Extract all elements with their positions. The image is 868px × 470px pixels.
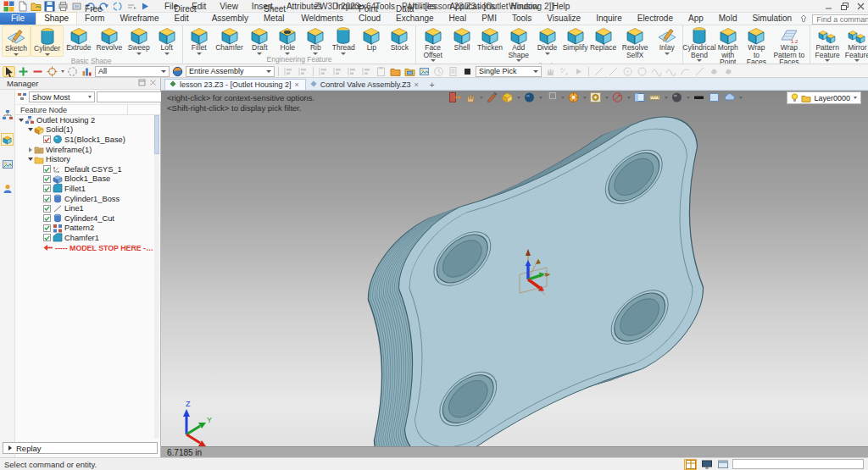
- ribbon-tab-data-exchange[interactable]: Data Exchange: [388, 3, 441, 25]
- new-tab-button[interactable]: +: [425, 80, 440, 90]
- ribbon-tab-free-form[interactable]: Free Form: [77, 3, 112, 25]
- collapse-icon[interactable]: [26, 158, 34, 161]
- tool-loft[interactable]: Loft: [153, 25, 181, 57]
- scope-globe-icon[interactable]: [171, 66, 184, 77]
- manager-float-icon[interactable]: [138, 79, 146, 88]
- tool-sweep[interactable]: Sweep: [125, 25, 153, 57]
- tool-face-offset[interactable]: Face Offset: [418, 25, 448, 62]
- tool-thicken[interactable]: Thicken: [476, 25, 504, 62]
- dropdown-arrow-icon[interactable]: [164, 53, 170, 55]
- visibility-checkbox[interactable]: [43, 224, 51, 232]
- ribbon-tab-assembly[interactable]: Assembly: [204, 13, 256, 25]
- restore-icon[interactable]: [837, 1, 852, 12]
- pick-target-icon[interactable]: [46, 66, 58, 77]
- tool-stock[interactable]: Stock: [386, 25, 414, 55]
- ribbon-tab-pmi[interactable]: PMI: [474, 13, 504, 25]
- tree-item-cylinder1-boss[interactable]: Cylinder1_Boss: [15, 194, 153, 204]
- close-icon[interactable]: [853, 1, 868, 12]
- tool-draft[interactable]: Draft: [246, 25, 274, 55]
- tab-close-icon[interactable]: ×: [415, 80, 419, 89]
- tree-item-line1[interactable]: Line1: [15, 203, 153, 213]
- record-stop-icon[interactable]: [461, 66, 474, 77]
- status-command-input[interactable]: [732, 459, 864, 469]
- pick-loop-icon[interactable]: [66, 66, 79, 77]
- tool-cylindrical-bend[interactable]: Cylindrical Bend: [685, 25, 713, 64]
- dialog-launcher-icon[interactable]: [674, 63, 681, 64]
- ribbon-tab-weldments[interactable]: Weldments: [293, 13, 351, 25]
- tree-item-cylinder4-cut[interactable]: Cylinder4_Cut: [15, 213, 153, 224]
- tool-rib[interactable]: Rib: [302, 25, 330, 55]
- ribbon-tab-mold[interactable]: Mold: [711, 13, 745, 25]
- dropdown-arrow-icon[interactable]: [545, 53, 550, 55]
- user-session-icon[interactable]: [1, 182, 14, 195]
- ribbon-tab-wireframe[interactable]: Wireframe: [112, 13, 166, 25]
- filter-select[interactable]: All: [95, 66, 170, 77]
- tool-divide[interactable]: Divide: [533, 25, 561, 62]
- tool-fillet[interactable]: Fillet: [185, 25, 213, 55]
- history-mode-icon[interactable]: [17, 91, 27, 103]
- tool-extrude[interactable]: Extrude: [64, 25, 93, 57]
- tool-replace[interactable]: Replace: [589, 25, 617, 62]
- ribbon-tab-direct-edit[interactable]: Direct Edit: [167, 3, 204, 25]
- viewport[interactable]: <right-click> for context-sensitive opti…: [161, 91, 868, 446]
- dropdown-arrow-icon[interactable]: [136, 53, 142, 55]
- remove-pick-icon[interactable]: [31, 66, 44, 77]
- visibility-checkbox[interactable]: [43, 185, 51, 192]
- tree-item-s1-block1-base[interactable]: S1(Block1_Base): [15, 135, 153, 145]
- tool-shell[interactable]: Shell: [448, 25, 476, 62]
- visibility-checkbox[interactable]: [43, 165, 51, 173]
- tool-revolve[interactable]: Revolve: [93, 25, 125, 57]
- 3d-model-outlet-housing[interactable]: ZYX: [161, 91, 868, 446]
- tree-item-wireframe-1[interactable]: Wireframe(1): [15, 145, 153, 155]
- output-panel-icon[interactable]: [716, 459, 729, 470]
- folder-orange-icon[interactable]: [389, 66, 402, 77]
- tree-item-fillet1[interactable]: Fillet1: [15, 184, 153, 194]
- dropdown-arrow-icon[interactable]: [697, 59, 702, 62]
- dropdown-arrow-icon[interactable]: [45, 53, 50, 56]
- tree-scrollbar[interactable]: [154, 115, 159, 439]
- tool-cylinder[interactable]: Cylinder: [31, 25, 64, 57]
- tree-item-model-stop-here[interactable]: ----- MODEL STOP HERE -----: [15, 243, 153, 253]
- display-monitor-icon[interactable]: [700, 459, 713, 470]
- visibility-checkbox[interactable]: [43, 135, 51, 143]
- visibility-checkbox[interactable]: [43, 234, 51, 241]
- feature-node-column-header[interactable]: Feature Node: [15, 104, 160, 115]
- scrollbar-thumb[interactable]: [154, 115, 159, 154]
- tree-item-outlet-housing-2[interactable]: Outlet Housing 2: [15, 115, 153, 125]
- manager-close-icon[interactable]: [149, 79, 157, 88]
- ribbon-tab-inquire[interactable]: Inquire: [588, 13, 630, 25]
- tool-chamfer[interactable]: Chamfer: [213, 25, 246, 55]
- collapse-icon[interactable]: [17, 119, 25, 122]
- dropdown-arrow-icon[interactable]: [665, 53, 670, 55]
- tool-pattern-feature[interactable]: Pattern Feature: [812, 25, 843, 62]
- image-viewer-icon[interactable]: [418, 66, 431, 77]
- visual-manager-icon[interactable]: [1, 133, 14, 146]
- visibility-checkbox[interactable]: [43, 205, 51, 213]
- document-tab[interactable]: Control Valve Assembly.Z3×: [306, 80, 425, 90]
- dropdown-arrow-icon[interactable]: [14, 53, 19, 56]
- ribbon-tab-point-cloud[interactable]: Point Cloud: [351, 3, 388, 25]
- tool-morph-with-point[interactable]: Morph with Point: [714, 25, 743, 64]
- tree-item-chamfer1[interactable]: Chamfer1: [15, 233, 153, 243]
- tool-thread[interactable]: Thread: [330, 25, 358, 55]
- document-tab[interactable]: lesson 23.Z3 - [Outlet Housing 2]×: [164, 79, 306, 90]
- collapse-icon[interactable]: [26, 128, 34, 131]
- ribbon-tab-simulation[interactable]: Simulation: [744, 13, 799, 25]
- scope-select[interactable]: Entire Assembly: [186, 66, 275, 77]
- expand-icon[interactable]: [26, 147, 34, 152]
- tool-lip[interactable]: Lip: [358, 25, 386, 55]
- visibility-checkbox[interactable]: [43, 195, 51, 202]
- pick-mode-select[interactable]: Single Pick: [476, 66, 542, 77]
- tree-item-block1-base[interactable]: Block1_Base: [15, 174, 153, 185]
- tool-mirror-feature[interactable]: Mirror Feature: [843, 25, 868, 62]
- tool-hole[interactable]: Hole: [274, 25, 302, 55]
- tool-resolve-selfx[interactable]: Resolve SelfX: [617, 25, 653, 62]
- tool-simplify[interactable]: Simplify: [561, 25, 589, 62]
- ribbon-tab-app[interactable]: App: [681, 13, 711, 25]
- ribbon-tab-shape[interactable]: Shape: [36, 12, 77, 25]
- tree-item-solid-1[interactable]: Solid(1): [15, 125, 153, 135]
- tool-inlay[interactable]: Inlay: [653, 25, 681, 62]
- ribbon-tab-electrode[interactable]: Electrode: [630, 13, 681, 25]
- visibility-checkbox[interactable]: [43, 214, 51, 222]
- tool-wrap-pattern-to-faces[interactable]: 1:2Wrap Pattern to Faces: [771, 25, 808, 64]
